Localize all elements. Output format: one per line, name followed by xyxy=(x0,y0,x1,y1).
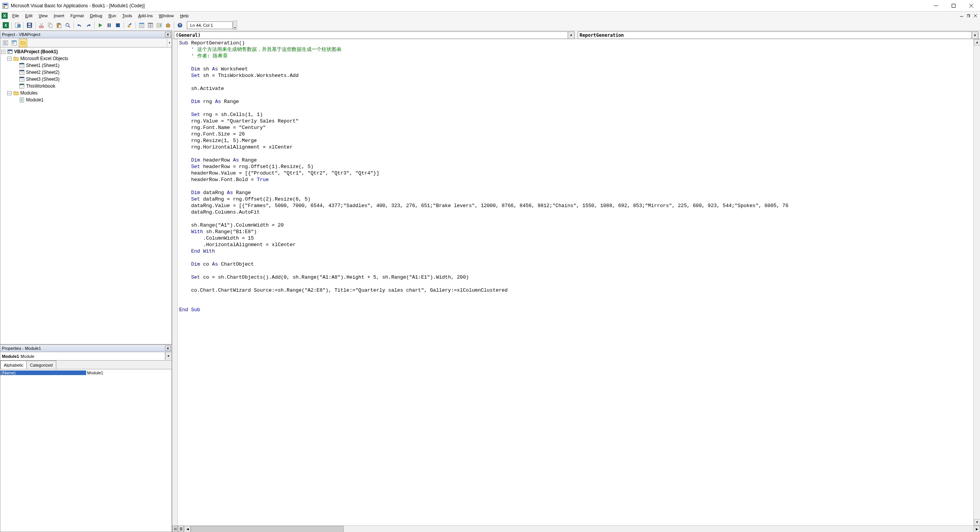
menu-edit[interactable]: Edit xyxy=(22,13,36,19)
menu-addins[interactable]: Add-Ins xyxy=(135,13,156,19)
toolbar-overflow[interactable]: ▾ xyxy=(233,21,237,30)
project-icon xyxy=(7,49,13,55)
dropdown-arrow-icon[interactable]: ▼ xyxy=(972,32,978,39)
mdi-restore-button[interactable] xyxy=(965,13,972,19)
run-button[interactable] xyxy=(96,21,105,29)
tree-node-thisworkbook[interactable]: ThisWorkbook xyxy=(1,83,171,90)
menu-debug[interactable]: Debug xyxy=(87,13,105,19)
object-dropdown[interactable]: (General) ▼ xyxy=(174,31,575,39)
properties-grid[interactable]: (Name) Module1 xyxy=(0,369,172,532)
redo-button[interactable] xyxy=(84,21,93,29)
svg-text:X: X xyxy=(5,23,7,28)
mdi-minimize-button[interactable] xyxy=(959,13,965,19)
object-browser-button[interactable] xyxy=(155,21,163,29)
cut-button[interactable] xyxy=(37,21,46,29)
dropdown-arrow-icon[interactable]: ▼ xyxy=(165,352,172,360)
minimize-button[interactable] xyxy=(927,0,945,11)
menu-view[interactable]: View xyxy=(36,13,51,19)
menu-file[interactable]: File xyxy=(9,13,22,19)
tree-node-sheet1[interactable]: Sheet1 (Sheet1) xyxy=(1,62,171,69)
view-object-button[interactable] xyxy=(10,39,18,47)
scroll-down-arrow[interactable]: ▼ xyxy=(974,519,980,525)
menu-format[interactable]: Format xyxy=(67,13,87,19)
svg-rect-29 xyxy=(116,23,120,27)
svg-rect-74 xyxy=(20,84,24,85)
mdi-close-button[interactable] xyxy=(972,13,978,19)
properties-object-selector[interactable]: Module1 Module ▼ xyxy=(0,352,172,361)
svg-rect-32 xyxy=(139,23,144,24)
scroll-right-arrow[interactable]: ▶ xyxy=(973,526,980,532)
excel-icon[interactable] xyxy=(2,13,8,19)
menu-help[interactable]: Help xyxy=(177,13,192,19)
project-panel-close[interactable]: × xyxy=(165,32,171,37)
svg-rect-64 xyxy=(20,70,24,71)
procedure-dropdown[interactable]: ReportGeneration ▼ xyxy=(578,31,978,39)
tree-node-project[interactable]: − VBAProject (Book1) xyxy=(1,48,171,55)
tree-node-module1[interactable]: Module1 xyxy=(1,96,171,103)
view-code-button[interactable] xyxy=(1,39,10,47)
svg-rect-56 xyxy=(8,52,10,53)
tab-categorized[interactable]: Categorized xyxy=(26,361,56,369)
close-button[interactable] xyxy=(962,0,980,11)
design-mode-button[interactable] xyxy=(126,21,134,29)
copy-button[interactable] xyxy=(46,21,54,29)
svg-rect-14 xyxy=(18,24,20,27)
tree-label: Sheet1 (Sheet1) xyxy=(26,63,59,68)
property-row[interactable]: (Name) Module1 xyxy=(0,369,172,376)
svg-text:?: ? xyxy=(179,23,181,28)
toolbox-button[interactable] xyxy=(164,21,172,29)
reset-button[interactable] xyxy=(114,21,122,29)
prop-object-name: Module1 xyxy=(2,354,19,359)
maximize-button[interactable] xyxy=(945,0,962,11)
menu-insert[interactable]: Insert xyxy=(51,13,67,19)
procedure-dropdown-value: ReportGeneration xyxy=(580,33,624,38)
menu-run[interactable]: Run xyxy=(105,13,119,19)
save-button[interactable] xyxy=(25,21,34,29)
svg-rect-83 xyxy=(174,528,177,529)
separator xyxy=(35,22,36,29)
dropdown-arrow-icon[interactable]: ▼ xyxy=(568,32,574,39)
separator xyxy=(11,22,12,29)
tree-node-sheet3[interactable]: Sheet3 (Sheet3) xyxy=(1,76,171,83)
procedure-view-button[interactable] xyxy=(172,526,178,532)
break-button[interactable] xyxy=(105,21,113,29)
bottom-bar: ◀ ▶ xyxy=(172,525,980,532)
tree-node-modules[interactable]: − Modules xyxy=(1,90,171,96)
scroll-left-arrow[interactable]: ◀ xyxy=(184,526,191,532)
horizontal-scrollbar[interactable]: ◀ ▶ xyxy=(184,526,980,532)
find-button[interactable] xyxy=(64,21,72,29)
svg-rect-42 xyxy=(158,26,159,26)
margin-indicator-bar[interactable] xyxy=(172,39,178,525)
insert-module-button[interactable] xyxy=(13,21,22,29)
tree-toggle[interactable]: − xyxy=(7,91,11,95)
tree-toggle[interactable]: − xyxy=(1,50,5,54)
properties-panel-title: Properties - Module1 xyxy=(2,346,41,351)
properties-panel-close[interactable]: × xyxy=(165,346,171,351)
vertical-scrollbar[interactable]: ▲ ▼ xyxy=(973,39,980,525)
property-value[interactable]: Module1 xyxy=(86,370,172,375)
tree-toggle[interactable]: − xyxy=(7,57,11,61)
tree-node-excel-objects[interactable]: − Microsoft Excel Objects xyxy=(1,55,171,62)
scroll-up-arrow[interactable]: ▲ xyxy=(974,39,980,46)
code-editor[interactable]: Sub ReportGeneration() ' 这个方法用来生成销售数据，并且… xyxy=(172,39,980,525)
folder-icon xyxy=(13,55,19,62)
tab-alphabetic[interactable]: Alphabetic xyxy=(0,361,27,369)
paste-button[interactable] xyxy=(55,21,63,29)
properties-panel: Properties - Module1 × Module1 Module ▼ … xyxy=(0,344,172,532)
help-button[interactable]: ? xyxy=(176,21,184,29)
undo-button[interactable] xyxy=(75,21,84,29)
view-excel-button[interactable]: X xyxy=(2,21,10,29)
properties-window-button[interactable] xyxy=(146,21,155,29)
tree-label: Modules xyxy=(20,90,38,96)
scroll-thumb[interactable] xyxy=(191,526,344,532)
tree-node-sheet2[interactable]: Sheet2 (Sheet2) xyxy=(1,69,171,76)
full-module-view-button[interactable] xyxy=(178,526,184,532)
menu-window[interactable]: Window xyxy=(156,13,177,19)
project-explorer-button[interactable] xyxy=(137,21,146,29)
svg-rect-27 xyxy=(108,23,109,27)
code-content[interactable]: Sub ReportGeneration() ' 这个方法用来生成销售数据，并且… xyxy=(178,39,973,525)
menu-tools[interactable]: Tools xyxy=(119,13,135,19)
toggle-folders-button[interactable] xyxy=(19,39,27,47)
project-toolbar-overflow[interactable]: ▾ xyxy=(167,38,172,47)
project-tree[interactable]: − VBAProject (Book1) − Microsoft Excel O… xyxy=(0,47,172,344)
